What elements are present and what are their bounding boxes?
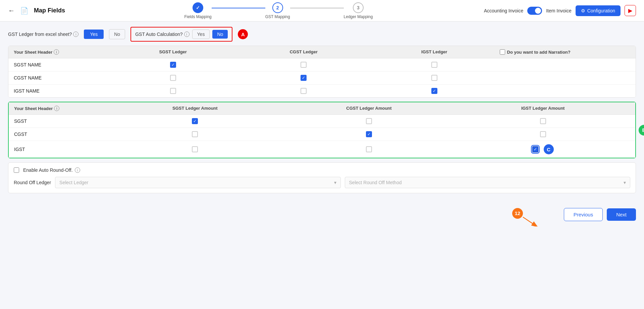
igst-checkbox-cell-2 <box>369 75 500 81</box>
sgst-checkbox-cell-1 <box>108 62 238 68</box>
sgst-checkbox-1[interactable] <box>170 62 176 68</box>
row-label: CGST <box>14 132 108 137</box>
row-label: CGST NAME <box>14 75 108 81</box>
row-label: IGST NAME <box>14 88 108 94</box>
col-narration: Do you want to add Narration? <box>500 49 631 55</box>
content-area: GST Ledger from excel sheet? i Yes No GS… <box>0 21 644 203</box>
cgst-amount-checkbox-3[interactable] <box>366 146 372 152</box>
gst-auto-no-button[interactable]: No <box>212 30 228 39</box>
table-row: IGST NAME <box>8 85 636 97</box>
col-sheet-header-2: Your Sheet Header i <box>14 106 108 111</box>
annotation-12-arrow <box>520 215 540 227</box>
gst-auto-yes-button[interactable]: Yes <box>192 30 210 39</box>
step-2: 2 GST Mapping <box>265 2 290 19</box>
igst-checkbox-1[interactable] <box>431 62 437 68</box>
table-row: CGST <box>9 128 635 141</box>
enable-roundoff-row: Enable Auto Round-Off. i <box>14 167 630 173</box>
step-1-circle: ✓ <box>193 2 203 13</box>
select-method-dropdown[interactable]: Select Round Off Method ▾ <box>345 177 630 188</box>
footer-row: 12 Previous Next <box>0 203 644 226</box>
gst-ledger-no-button[interactable]: No <box>109 29 125 39</box>
igst-amount-checkbox-3-focused[interactable] <box>532 146 538 152</box>
step-2-circle: 2 <box>272 2 283 13</box>
bottom-section: Enable Auto Round-Off. i Round Off Ledge… <box>8 162 636 193</box>
toggle-label-accounting: Accounting Invoice <box>484 8 524 13</box>
gst-bar: GST Ledger from excel sheet? i Yes No GS… <box>8 27 636 42</box>
annotation-c: C <box>544 144 554 154</box>
table-2-wrapper: Your Sheet Header i SGST Ledger Amount C… <box>8 102 636 158</box>
back-button[interactable]: ← <box>8 7 15 14</box>
row-label: SGST <box>14 118 108 124</box>
table-row: CGST NAME <box>8 71 636 85</box>
col-igst-amount: IGST Ledger Amount <box>456 106 630 111</box>
page-title: Map Fields <box>34 7 65 14</box>
top-bar: ← 📄 Map Fields ✓ Fields Mapping 2 GST Ma… <box>0 0 644 21</box>
gst-ledger-label: GST Ledger from excel sheet? i <box>8 32 78 37</box>
sgst-checkbox-3[interactable] <box>170 88 176 94</box>
step-3-label: Ledger Mapping <box>344 14 373 19</box>
col-sgst-ledger: SGST Ledger <box>108 49 238 55</box>
step-3-circle: 3 <box>353 2 364 13</box>
col-cgst-ledger: CGST Ledger <box>238 49 369 55</box>
cgst-checkbox-2[interactable] <box>301 75 307 81</box>
igst-amount-checkbox-2[interactable] <box>540 131 546 137</box>
cgst-amount-checkbox-1[interactable] <box>366 118 372 124</box>
roundoff-fields: Round Off Ledger Select Ledger ▾ Select … <box>14 177 630 188</box>
gst-auto-label: GST Auto Calculation? i <box>135 32 189 37</box>
col-cgst-amount: CGST Ledger Amount <box>282 106 456 111</box>
cgst-checkbox-3[interactable] <box>301 88 307 94</box>
youtube-button[interactable]: ▶ <box>625 5 636 16</box>
cgst-checkbox-cell-1 <box>238 62 369 68</box>
toggle-label-item: Item Invoice <box>546 8 571 13</box>
next-button[interactable]: Next <box>607 208 636 221</box>
youtube-icon: ▶ <box>628 7 632 14</box>
table2-header-info-icon[interactable]: i <box>54 106 59 111</box>
previous-button[interactable]: Previous <box>564 208 603 221</box>
cgst-checkbox-1[interactable] <box>301 62 307 68</box>
chevron-down-icon: ▾ <box>334 180 336 185</box>
row-label: IGST <box>14 147 108 152</box>
step-1-label: Fields Mapping <box>184 14 211 19</box>
gst-ledger-yes-button[interactable]: Yes <box>84 30 104 39</box>
table1-header-info-icon[interactable]: i <box>54 49 59 55</box>
step-line-1 <box>212 8 265 8</box>
table-row: SGST <box>9 115 635 128</box>
page-icon: 📄 <box>20 7 29 15</box>
table-1-header: Your Sheet Header i SGST Ledger CGST Led… <box>8 46 636 58</box>
step-line-2 <box>290 8 344 8</box>
step-1: ✓ Fields Mapping <box>184 2 211 19</box>
configuration-button[interactable]: ⚙ Configuration <box>576 5 621 16</box>
gst-auto-info-icon[interactable]: i <box>184 32 190 37</box>
gst-ledger-info-icon[interactable]: i <box>73 32 78 37</box>
row-label: SGST NAME <box>14 62 108 67</box>
roundoff-info-icon[interactable]: i <box>75 167 80 173</box>
annotation-a: A <box>238 29 248 39</box>
step-3: 3 Ledger Mapping <box>344 2 373 19</box>
table-2-header: Your Sheet Header i SGST Ledger Amount C… <box>9 102 635 115</box>
chevron-down-icon: ▾ <box>624 180 626 185</box>
step-2-label: GST Mapping <box>265 14 290 19</box>
narration-checkbox[interactable] <box>500 49 505 55</box>
igst-checkbox-3[interactable] <box>431 88 437 94</box>
round-off-ledger-label: Round Off Ledger <box>14 180 51 185</box>
enable-roundoff-checkbox[interactable] <box>14 167 19 173</box>
sgst-checkbox-2[interactable] <box>170 75 176 81</box>
toggle-knob <box>535 8 541 14</box>
igst-checkbox-cell-1 <box>369 62 500 68</box>
igst-checkbox-2[interactable] <box>431 75 437 81</box>
toggle-switch[interactable] <box>527 7 542 15</box>
sgst-amount-checkbox-1[interactable] <box>192 118 198 124</box>
igst-checkbox-cell-3 <box>369 88 500 94</box>
table-1: Your Sheet Header i SGST Ledger CGST Led… <box>8 46 636 98</box>
gst-auto-box: GST Auto Calculation? i Yes No <box>130 27 232 42</box>
select-ledger-dropdown[interactable]: Select Ledger ▾ <box>55 177 340 188</box>
sgst-amount-checkbox-3[interactable] <box>192 146 198 152</box>
col-igst-ledger: IGST Ledger <box>369 49 500 55</box>
table-row: SGST NAME <box>8 58 636 71</box>
sgst-checkbox-cell-2 <box>108 75 238 81</box>
sgst-amount-checkbox-2[interactable] <box>192 131 198 137</box>
annotation-b: B <box>639 125 644 136</box>
sgst-checkbox-cell-3 <box>108 88 238 94</box>
cgst-amount-checkbox-2[interactable] <box>366 131 372 137</box>
igst-amount-checkbox-1[interactable] <box>540 118 546 124</box>
